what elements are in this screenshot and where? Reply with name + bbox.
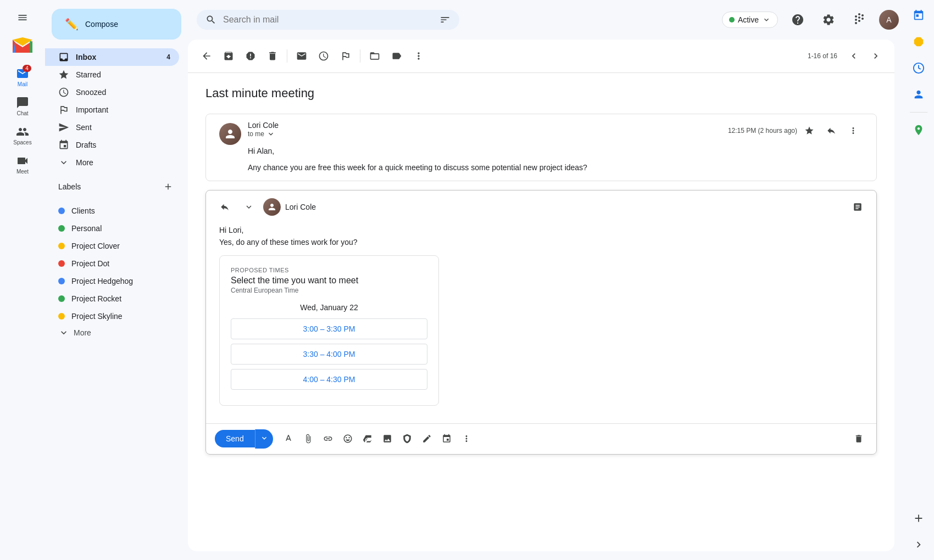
- right-panel-add[interactable]: [908, 507, 930, 529]
- star-email-button[interactable]: [799, 121, 819, 141]
- right-panel-contacts[interactable]: [908, 83, 930, 105]
- sidebar-label-personal[interactable]: Personal: [45, 220, 179, 237]
- reply-question: Yes, do any of these times work for you?: [219, 238, 863, 247]
- snooze-email-button[interactable]: [314, 46, 333, 66]
- email-1-to[interactable]: to me: [248, 130, 721, 138]
- status-chevron-icon: [762, 15, 771, 24]
- report-spam-button[interactable]: [241, 46, 260, 66]
- confidential-button[interactable]: [398, 430, 416, 447]
- emoji-button[interactable]: [339, 430, 357, 447]
- help-button[interactable]: [787, 9, 809, 31]
- right-panel-tasks[interactable]: [908, 31, 930, 53]
- prev-email-button[interactable]: [844, 46, 864, 66]
- inbox-count: 4: [166, 53, 170, 61]
- reply-email-button[interactable]: [821, 121, 841, 141]
- help-icon: [791, 13, 804, 26]
- compose-button[interactable]: ✏️ Compose: [52, 9, 181, 40]
- email-more-button[interactable]: [843, 121, 863, 141]
- proposed-times-card: PROPOSED TIMES Select the time you want …: [219, 255, 439, 406]
- nav-chat-label: Chat: [16, 110, 28, 116]
- mark-unread-button[interactable]: [292, 46, 312, 66]
- delete-button[interactable]: [263, 46, 282, 66]
- email-toolbar: 1-16 of 16: [188, 40, 894, 73]
- photo-button[interactable]: [379, 430, 396, 447]
- sidebar-item-drafts[interactable]: Drafts: [45, 136, 179, 154]
- email-message-1: Lori Cole to me 12:15 PM (2 hours ago): [205, 114, 877, 181]
- search-input[interactable]: [223, 15, 433, 25]
- archive-button[interactable]: [219, 46, 238, 66]
- to-chevron-icon: [266, 130, 275, 138]
- toolbar-divider-2: [360, 49, 360, 63]
- apps-button[interactable]: [848, 9, 870, 31]
- user-avatar[interactable]: A: [879, 10, 899, 30]
- search-bar[interactable]: [197, 10, 459, 30]
- sidebar-label-project-dot[interactable]: Project Dot: [45, 255, 179, 272]
- attach-button[interactable]: [299, 430, 317, 447]
- nav-spaces[interactable]: Spaces: [3, 122, 42, 149]
- next-email-button[interactable]: [866, 46, 886, 66]
- reply-greeting: Hi Lori,: [219, 226, 863, 234]
- left-navigation: 4 Mail Chat Spaces Meet: [0, 0, 45, 560]
- discard-draft-button[interactable]: [850, 430, 868, 447]
- starred-label: Starred: [76, 70, 170, 79]
- reply-btn-small[interactable]: [215, 197, 235, 217]
- nav-meet[interactable]: Meet: [3, 151, 42, 178]
- sidebar-label-project-clover[interactable]: Project Clover: [45, 237, 179, 255]
- reply-expand-button[interactable]: [848, 197, 868, 217]
- proposed-day: Wed, January 22: [231, 303, 427, 312]
- more-actions-button[interactable]: [409, 46, 429, 66]
- sidebar-item-sent[interactable]: Sent: [45, 119, 179, 136]
- nav-chat[interactable]: Chat: [3, 93, 42, 120]
- reply-body: Hi Lori, Yes, do any of these times work…: [206, 223, 876, 423]
- right-panel-collapse[interactable]: [908, 534, 930, 556]
- labels-button[interactable]: [387, 46, 407, 66]
- right-panel-keep[interactable]: [908, 57, 930, 79]
- search-filter-icon[interactable]: [440, 14, 451, 25]
- send-button[interactable]: Send: [215, 430, 255, 447]
- sidebar-item-snoozed[interactable]: Snoozed: [45, 83, 179, 101]
- right-panel-maps[interactable]: [908, 119, 930, 141]
- labels-more-button[interactable]: More: [45, 325, 188, 340]
- more-compose-options-button[interactable]: [458, 430, 475, 447]
- insert-link-button[interactable]: [319, 430, 337, 447]
- task-button[interactable]: [336, 46, 355, 66]
- sidebar-label-clients[interactable]: Clients: [45, 202, 179, 220]
- right-panel-calendar[interactable]: [908, 4, 930, 26]
- hamburger-menu[interactable]: [9, 4, 36, 31]
- format-text-button[interactable]: [280, 430, 297, 447]
- sidebar-item-more[interactable]: More: [45, 154, 179, 171]
- sidebar-label-project-rocket[interactable]: Project Rocket: [45, 290, 179, 307]
- move-to-button[interactable]: [365, 46, 385, 66]
- status-button[interactable]: Active: [722, 12, 778, 28]
- label-dot-project-dot: [58, 260, 65, 267]
- sidebar-label-project-hedgehog[interactable]: Project Hedgehog: [45, 272, 179, 290]
- time-slot-1[interactable]: 3:00 – 3:30 PM: [231, 318, 427, 339]
- reply-more-btn[interactable]: [239, 197, 259, 217]
- add-label-button[interactable]: [162, 180, 175, 193]
- sidebar-item-important[interactable]: Important: [45, 101, 179, 119]
- pagination-info: 1-16 of 16: [808, 52, 837, 60]
- send-dropdown-button[interactable]: [255, 429, 273, 449]
- label-name-project-dot: Project Dot: [71, 259, 109, 268]
- right-panel-divider: [910, 112, 927, 113]
- top-bar: Active A: [188, 4, 899, 35]
- time-slot-3[interactable]: 4:00 – 4:30 PM: [231, 369, 427, 390]
- nav-mail[interactable]: 4 Mail: [3, 64, 42, 91]
- drive-button[interactable]: [359, 430, 376, 447]
- proposed-timezone: Central European Time: [231, 287, 427, 294]
- sidebar-item-inbox[interactable]: Inbox 4: [45, 48, 179, 66]
- back-button[interactable]: [197, 46, 216, 66]
- more-chevron-icon: [58, 157, 69, 168]
- sidebar-item-starred[interactable]: Starred: [45, 66, 179, 83]
- mail-icon: 4: [16, 67, 29, 80]
- gmail-logo: [13, 37, 32, 53]
- apps-icon: [853, 13, 866, 26]
- schedule-send-button[interactable]: [438, 430, 455, 447]
- settings-button[interactable]: [818, 9, 840, 31]
- spaces-icon: [16, 125, 29, 138]
- meet-icon: [16, 154, 29, 167]
- time-slot-2[interactable]: 3:30 – 4:00 PM: [231, 344, 427, 365]
- sidebar-label-project-skyline[interactable]: Project Skyline: [45, 307, 179, 325]
- signature-button[interactable]: [418, 430, 436, 447]
- email-thread-panel: 1-16 of 16 Last minute meeting Lori Cole: [188, 40, 894, 551]
